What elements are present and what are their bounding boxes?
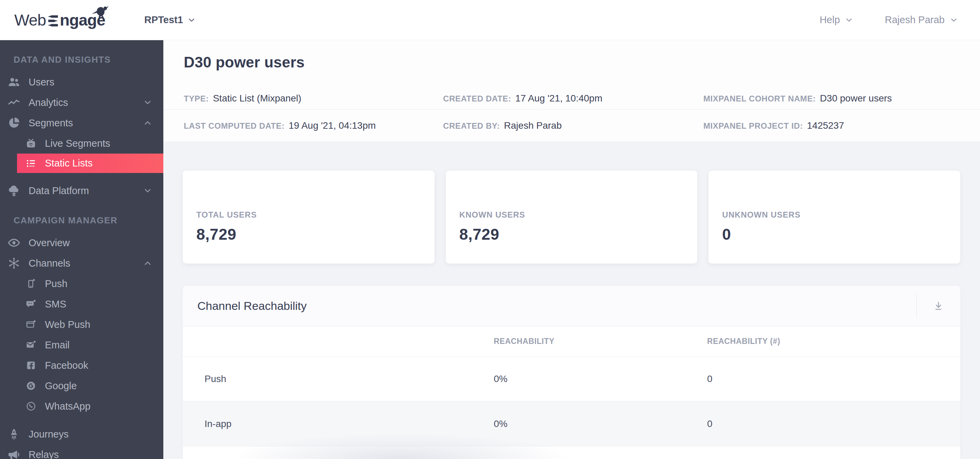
meta-label: CREATED BY: [443,121,500,131]
cell-channel: In-app [183,419,494,429]
meta-mixpanel-cohort-name: MIXPANEL COHORT NAME: D30 power users [703,93,980,109]
sidebar-item-channels[interactable]: Channels [0,253,163,273]
sidebar-item-google[interactable]: Google [0,376,163,396]
page-header: D30 power users TYPE: Static List (Mixpa… [163,40,980,141]
sidebar-item-label: Google [45,380,77,392]
users-icon [7,75,21,89]
user-menu[interactable]: Rajesh Parab [885,14,958,26]
sidebar-item-email[interactable]: Email [0,335,163,355]
sidebar-item-label: Journeys [29,429,69,440]
cell-reachability-count: 0 [707,373,960,384]
sidebar-item-label: Analytics [29,97,68,108]
table-row-in-app: In-app 0% 0 [183,402,960,446]
chevron-down-icon [187,16,196,24]
sidebar-item-static-lists[interactable]: Static Lists [17,153,163,173]
overview-icon [7,236,21,250]
sidebar-item-analytics[interactable]: Analytics [0,92,163,113]
sidebar-item-label: Facebook [45,360,88,371]
sidebar-item-web-push[interactable]: Web Push [0,314,163,335]
sidebar-item-push[interactable]: Push [0,273,163,294]
table-header-row: REACHABILITY REACHABILITY (#) [183,327,960,357]
stats-row: TOTAL USERS 8,729 KNOWN USERS 8,729 UNKN… [183,171,960,263]
project-selector[interactable]: RPTest1 [144,14,196,26]
chevron-down-icon [143,98,153,107]
cell-channel: Push [183,373,494,384]
sidebar-item-overview[interactable]: Overview [0,233,163,253]
download-button[interactable] [917,286,960,326]
sidebar-item-label: Live Segments [45,138,110,149]
download-icon [933,300,944,312]
sidebar-item-label: Static Lists [45,158,92,169]
column-header-reachability: REACHABILITY [494,337,707,346]
logo-text-web: Web [14,11,46,29]
relays-icon [7,448,21,459]
stat-value: 8,729 [460,225,698,244]
table-row-partial [183,446,960,459]
sidebar-item-label: Overview [29,237,70,249]
meta-label: TYPE: [184,94,209,104]
sidebar-item-facebook[interactable]: Facebook [0,355,163,376]
sidebar-item-live-segments[interactable]: Live Segments [0,133,163,153]
chevron-up-icon [143,118,153,128]
meta-type: TYPE: Static List (Mixpanel) [184,93,443,109]
channel-reachability-panel: Channel Reachability REACHABILITY REACHA… [183,286,960,459]
sidebar-item-relays[interactable]: Relays [0,445,163,459]
meta-label: CREATED DATE: [443,94,511,104]
help-menu[interactable]: Help [820,14,854,26]
sidebar-section-data-and-insights: DATA AND INSIGHTS [0,54,163,65]
sidebar-item-journeys[interactable]: Journeys [0,424,163,445]
cell-reachability: 0% [494,373,707,384]
sidebar-item-label: Segments [29,118,73,129]
logo-bird-icon [88,4,112,26]
webengage-logo: Web ngage [14,11,127,29]
project-name: RPTest1 [144,14,183,26]
sidebar-item-whatsapp[interactable]: WhatsApp [0,396,163,416]
meta-value: 19 Aug '21, 04:13pm [288,120,375,131]
chevron-down-icon [845,16,853,24]
segments-icon [7,116,21,130]
sidebar-item-data-platform[interactable]: Data Platform [0,180,163,201]
cell-reachability-count: 0 [707,419,960,429]
sidebar-item-label: Channels [29,258,70,269]
sidebar: DATA AND INSIGHTS Users Analytics Segmen… [0,40,163,459]
panel-header: Channel Reachability [183,286,960,327]
meta-mixpanel-project-id: MIXPANEL PROJECT ID: 1425237 [703,120,980,131]
stat-label: UNKNOWN USERS [722,210,960,220]
google-icon [25,380,37,391]
data-platform-icon [7,183,21,198]
table-row-push: Push 0% 0 [183,357,960,402]
meta-label: MIXPANEL COHORT NAME: [703,94,816,104]
reachability-table: REACHABILITY REACHABILITY (#) Push 0% 0 … [183,327,960,459]
logo-arrows-e-icon [47,14,59,28]
push-icon [25,278,37,289]
stat-card-unknown-users: UNKNOWN USERS 0 [708,171,960,263]
meta-row-1: TYPE: Static List (Mixpanel) CREATED DAT… [163,72,980,109]
sidebar-section-campaign-manager: CAMPAIGN MANAGER [0,215,163,226]
live-segments-icon [25,138,37,149]
meta-row-2: LAST COMPUTED DATE: 19 Aug '21, 04:13pm … [163,110,980,141]
meta-value: Rajesh Parab [504,120,562,131]
email-icon [25,339,37,351]
sidebar-item-label: Relays [29,449,59,459]
stat-value: 8,729 [196,225,434,244]
stat-label: TOTAL USERS [196,210,434,220]
user-name: Rajesh Parab [885,14,945,26]
panel-title: Channel Reachability [183,286,916,326]
sidebar-item-label: Users [29,76,54,88]
sidebar-item-users[interactable]: Users [0,72,163,92]
web-push-icon [25,319,37,330]
sidebar-item-sms[interactable]: SMS [0,294,163,314]
help-label: Help [820,14,840,26]
journeys-icon [7,427,21,441]
facebook-icon [25,360,37,371]
sidebar-item-segments[interactable]: Segments [0,113,163,133]
analytics-icon [7,96,21,110]
meta-created-by: CREATED BY: Rajesh Parab [443,120,703,131]
whatsapp-icon [25,401,37,412]
sidebar-item-label: Data Platform [29,185,89,196]
sidebar-item-label: SMS [45,299,66,310]
cell-reachability: 0% [494,419,707,429]
meta-label: MIXPANEL PROJECT ID: [703,121,803,131]
meta-value: Static List (Mixpanel) [213,93,301,104]
content-area: TOTAL USERS 8,729 KNOWN USERS 8,729 UNKN… [163,141,980,459]
